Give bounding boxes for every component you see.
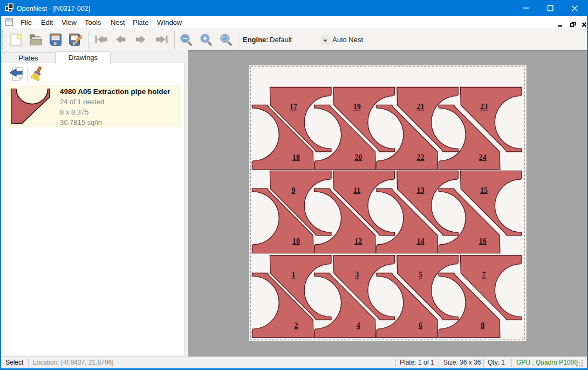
svg-text:22: 22 [417,153,425,162]
svg-text:8: 8 [481,321,484,329]
svg-text:4: 4 [357,321,360,329]
svg-text:12: 12 [354,237,362,245]
svg-text:24: 24 [479,153,487,162]
svg-text:18: 18 [292,153,300,162]
svg-text:9: 9 [292,186,296,194]
svg-text:10: 10 [292,237,300,245]
svg-text:13: 13 [416,186,424,194]
svg-text:16: 16 [479,237,487,245]
svg-text:23: 23 [480,103,488,111]
svg-text:7: 7 [482,271,486,279]
svg-text:3: 3 [355,271,359,279]
svg-text:19: 19 [353,103,361,111]
svg-text:2: 2 [294,321,298,329]
svg-text:5: 5 [419,271,422,279]
svg-text:6: 6 [419,321,422,329]
svg-text:21: 21 [416,103,424,111]
svg-text:15: 15 [480,186,488,194]
svg-text:17: 17 [290,103,297,111]
svg-text:14: 14 [417,237,425,245]
svg-text:20: 20 [354,153,362,162]
svg-text:11: 11 [353,186,360,194]
svg-text:1: 1 [292,271,296,279]
